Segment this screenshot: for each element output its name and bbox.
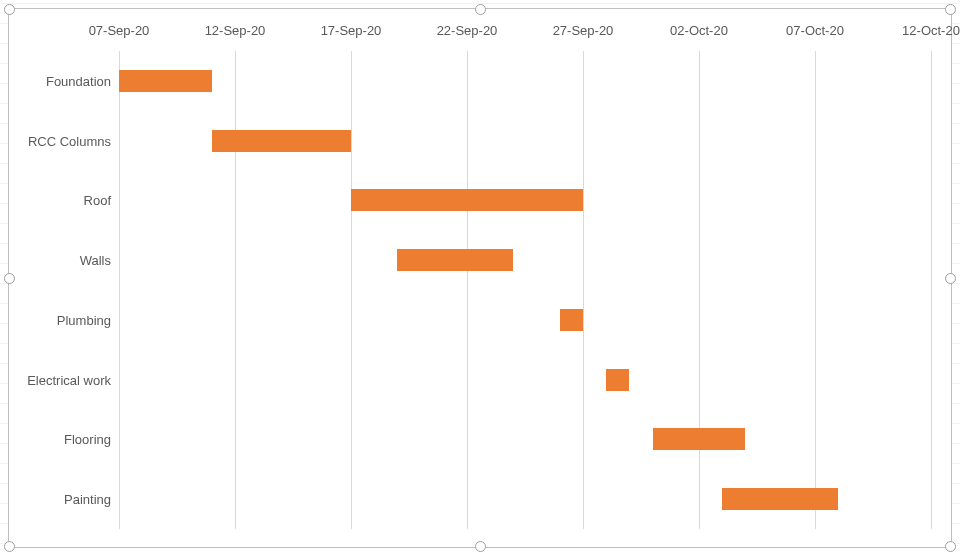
x-axis-tick: 17-Sep-20 xyxy=(321,23,382,38)
y-axis-category: Foundation xyxy=(46,73,111,88)
data-bars xyxy=(119,51,931,529)
gantt-bar[interactable] xyxy=(560,309,583,331)
x-axis-tick: 07-Sep-20 xyxy=(89,23,150,38)
bar-slot xyxy=(119,469,931,529)
y-axis: FoundationRCC ColumnsRoofWallsPlumbingEl… xyxy=(9,9,119,547)
x-axis-labels: 07-Sep-2012-Sep-2017-Sep-2022-Sep-2027-S… xyxy=(119,9,931,39)
bar-slot xyxy=(119,111,931,171)
y-axis-category: Walls xyxy=(80,253,111,268)
bar-slot xyxy=(119,350,931,410)
bar-slot xyxy=(119,290,931,350)
x-axis-tick: 12-Oct-20 xyxy=(902,23,960,38)
resize-handle-middle-right[interactable] xyxy=(945,273,956,284)
gantt-bar[interactable] xyxy=(606,369,629,391)
embedded-chart[interactable]: FoundationRCC ColumnsRoofWallsPlumbingEl… xyxy=(8,8,952,548)
gantt-bar[interactable] xyxy=(722,488,838,510)
resize-handle-top-right[interactable] xyxy=(945,4,956,15)
x-axis-tick: 27-Sep-20 xyxy=(553,23,614,38)
gantt-bar[interactable] xyxy=(212,130,351,152)
y-axis-category: Flooring xyxy=(64,432,111,447)
x-axis-tick: 22-Sep-20 xyxy=(437,23,498,38)
gantt-bar[interactable] xyxy=(119,70,212,92)
gantt-bar[interactable] xyxy=(653,428,746,450)
resize-handle-bottom-right[interactable] xyxy=(945,541,956,552)
x-axis-tick: 12-Sep-20 xyxy=(205,23,266,38)
bar-slot xyxy=(119,171,931,231)
y-axis-category: Roof xyxy=(84,193,111,208)
bar-slot xyxy=(119,230,931,290)
bar-slot xyxy=(119,51,931,111)
x-axis-tick: 02-Oct-20 xyxy=(670,23,728,38)
gantt-bar[interactable] xyxy=(351,189,583,211)
y-axis-category: Plumbing xyxy=(57,312,111,327)
bar-slot xyxy=(119,410,931,470)
gantt-bar[interactable] xyxy=(397,249,513,271)
y-axis-category: Electrical work xyxy=(27,372,111,387)
y-axis-category: RCC Columns xyxy=(28,133,111,148)
plot-area: 07-Sep-2012-Sep-2017-Sep-2022-Sep-2027-S… xyxy=(119,9,931,547)
plot-row: FoundationRCC ColumnsRoofWallsPlumbingEl… xyxy=(9,9,951,547)
gridline xyxy=(931,51,932,529)
y-axis-category: Painting xyxy=(64,492,111,507)
x-axis-tick: 07-Oct-20 xyxy=(786,23,844,38)
